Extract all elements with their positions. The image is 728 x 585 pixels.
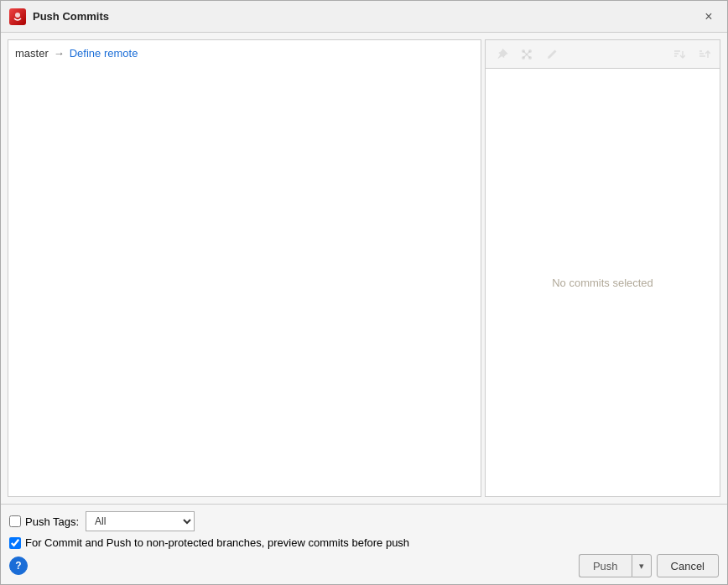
commit-preview-label: For Commit and Push to non-protected bra… bbox=[25, 536, 409, 549]
graph-button[interactable] bbox=[516, 44, 538, 65]
commit-preview-checkbox[interactable] bbox=[9, 537, 21, 549]
help-button[interactable]: ? bbox=[9, 557, 28, 575]
sort-desc-button[interactable] bbox=[668, 44, 689, 65]
cancel-button[interactable]: Cancel bbox=[657, 554, 719, 577]
define-remote-link[interactable]: Define remote bbox=[70, 47, 138, 60]
right-content: No commits selected bbox=[485, 68, 720, 497]
push-tags-checkbox[interactable] bbox=[9, 515, 21, 527]
tags-select[interactable]: All None Annotated bbox=[86, 511, 195, 531]
push-tags-row: Push Tags: All None Annotated bbox=[9, 511, 719, 531]
close-button[interactable]: × bbox=[699, 7, 719, 27]
action-buttons: Push ▾ Cancel bbox=[579, 554, 719, 577]
title-bar-left: Push Commits bbox=[9, 8, 109, 25]
branch-header: master → Define remote bbox=[15, 47, 474, 60]
app-icon bbox=[9, 8, 26, 25]
main-content: master → Define remote bbox=[1, 33, 727, 504]
push-tags-checkbox-label[interactable]: Push Tags: bbox=[9, 515, 79, 528]
right-panel: No commits selected bbox=[485, 39, 720, 497]
title-bar: Push Commits × bbox=[1, 1, 727, 33]
push-tags-label: Push Tags: bbox=[25, 515, 79, 528]
push-button[interactable]: Push bbox=[579, 554, 632, 577]
branch-name: master bbox=[15, 47, 49, 60]
bottom-bar: Push Tags: All None Annotated For Commit… bbox=[1, 504, 727, 584]
branch-arrow: → bbox=[54, 47, 65, 60]
right-toolbar bbox=[485, 39, 720, 68]
left-panel: master → Define remote bbox=[8, 39, 481, 497]
push-commits-dialog: Push Commits × master → Define remote bbox=[0, 0, 728, 585]
dialog-title: Push Commits bbox=[33, 10, 109, 23]
commit-preview-row: For Commit and Push to non-protected bra… bbox=[9, 536, 719, 549]
push-dropdown-button[interactable]: ▾ bbox=[632, 554, 652, 577]
no-commits-label: No commits selected bbox=[552, 277, 653, 289]
action-row: ? Push ▾ Cancel bbox=[9, 554, 719, 577]
pin-button[interactable] bbox=[491, 44, 512, 65]
commit-preview-checkbox-label[interactable]: For Commit and Push to non-protected bra… bbox=[9, 536, 409, 549]
sort-asc-button[interactable] bbox=[693, 44, 715, 65]
svg-point-0 bbox=[15, 13, 20, 18]
edit-button[interactable] bbox=[541, 44, 563, 65]
